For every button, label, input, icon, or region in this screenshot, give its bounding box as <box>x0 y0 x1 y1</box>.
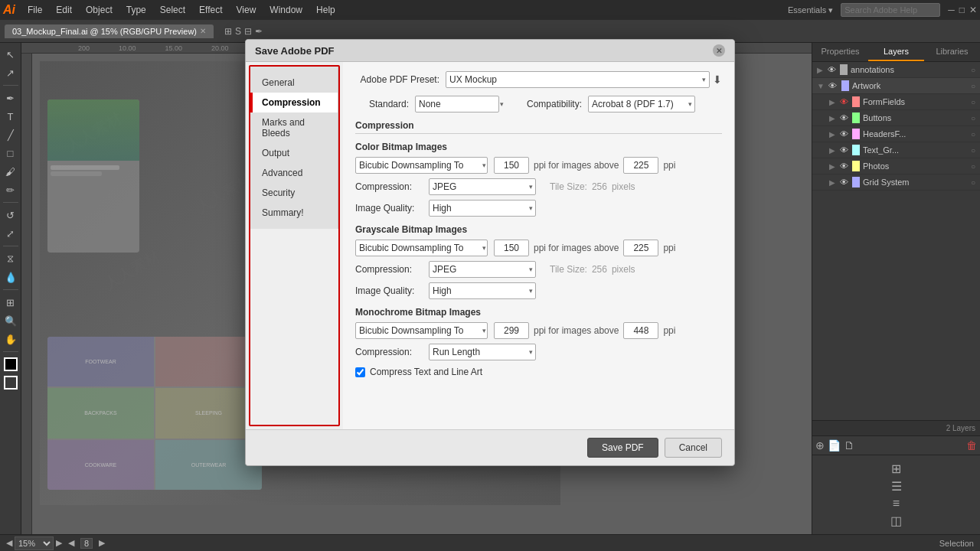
minimize-btn[interactable]: ─ <box>948 5 955 15</box>
standard-select[interactable]: None <box>415 96 499 112</box>
pen-tool[interactable]: ✒ <box>2 90 19 106</box>
expand-icon-headers[interactable]: ▶ <box>829 130 835 139</box>
expand-icon-textgr[interactable]: ▶ <box>829 146 835 155</box>
lock-icon-formfields[interactable]: ○ <box>971 98 975 106</box>
menu-effect[interactable]: Effect <box>193 3 228 17</box>
page-nav-next[interactable]: ▶ <box>99 538 105 548</box>
sidebar-item-marks-bleeds[interactable]: Marks and Bleeds <box>250 112 338 143</box>
shape-tool[interactable]: □ <box>2 145 19 161</box>
layer-item-artwork[interactable]: ▼ 👁 Artwork ○ <box>812 78 980 94</box>
expand-icon-formfields[interactable]: ▶ <box>829 98 835 106</box>
properties-icon[interactable]: ⊞ <box>891 461 901 476</box>
preset-select[interactable]: UX Mockup ▾ <box>446 71 710 88</box>
expand-icon-annotations[interactable]: ▶ <box>817 66 823 74</box>
doc-tab-active[interactable]: 03_Mockup_Final.ai @ 15% (RGB/GPU Previe… <box>5 24 214 38</box>
type-tool[interactable]: T <box>2 108 19 125</box>
tab-layers[interactable]: Layers <box>868 43 924 61</box>
save-preset-icon[interactable]: ⬇ <box>713 73 722 86</box>
menu-object[interactable]: Object <box>80 3 119 17</box>
artboard-tool[interactable]: ⊞ <box>2 294 19 311</box>
lock-icon-photos[interactable]: ○ <box>971 162 975 171</box>
layers-icon[interactable]: ☰ <box>891 479 902 494</box>
sidebar-item-advanced[interactable]: Advanced <box>250 163 338 183</box>
lock-icon-buttons[interactable]: ○ <box>971 114 975 122</box>
mono-compression-select[interactable]: Run Length <box>429 344 536 360</box>
line-tool[interactable]: ╱ <box>2 126 19 143</box>
zoom-prev[interactable]: ◀ <box>6 538 12 548</box>
eye-icon-formfields[interactable]: 👁 <box>838 96 849 107</box>
eye-icon-photos[interactable]: 👁 <box>838 161 849 171</box>
tab-libraries[interactable]: Libraries <box>924 43 980 61</box>
make-clipping-mask-icon[interactable]: ⊕ <box>815 439 825 452</box>
layer-item-buttons[interactable]: ▶ 👁 Buttons ○ <box>812 110 980 126</box>
stock-icon[interactable]: S <box>235 26 241 37</box>
new-sublayer-icon[interactable]: 📄 <box>828 439 841 452</box>
menu-edit[interactable]: Edit <box>50 3 78 17</box>
layer-item-annotations[interactable]: ▶ 👁 annotations ○ <box>812 62 980 78</box>
new-layer-icon[interactable]: 🗋 <box>844 439 854 452</box>
eye-icon-headers[interactable]: 👁 <box>838 129 849 139</box>
paintbrush-tool[interactable]: 🖌 <box>2 163 19 180</box>
color-compression-select[interactable]: JPEG <box>429 178 536 195</box>
scale-tool[interactable]: ⤢ <box>2 225 19 242</box>
gray-sampling-ppi-input[interactable] <box>494 240 529 256</box>
lock-icon-gridsystem[interactable]: ○ <box>971 178 975 187</box>
menu-view[interactable]: View <box>230 3 263 17</box>
lock-icon-artwork[interactable]: ○ <box>971 82 975 90</box>
close-btn[interactable]: ✕ <box>969 5 977 15</box>
expand-icon-artwork[interactable]: ▼ <box>817 82 825 90</box>
cancel-button[interactable]: Cancel <box>665 438 722 458</box>
lock-icon-annotations[interactable]: ○ <box>971 66 975 74</box>
tab-properties[interactable]: Properties <box>812 43 868 61</box>
color-sampling-ppi-input[interactable] <box>494 157 529 174</box>
expand-icon-buttons[interactable]: ▶ <box>829 114 835 122</box>
page-input[interactable]: 8 <box>80 538 93 549</box>
gray-sampling-select[interactable]: Bicubic Downsampling To <box>355 240 488 256</box>
compat-select[interactable]: Acrobat 8 (PDF 1.7) <box>588 96 695 112</box>
align-icon[interactable]: ≡ <box>893 497 900 510</box>
delete-layer-icon[interactable]: 🗑 <box>966 439 977 452</box>
save-pdf-button[interactable]: Save PDF <box>587 438 658 458</box>
eye-icon-gridsystem[interactable]: 👁 <box>838 177 849 187</box>
layer-item-photos[interactable]: ▶ 👁 Photos ○ <box>812 158 980 174</box>
rotate-tool[interactable]: ↺ <box>2 207 19 223</box>
compress-text-checkbox[interactable] <box>355 367 365 377</box>
gray-compression-select[interactable]: JPEG <box>429 261 536 278</box>
tab-close-btn[interactable]: ✕ <box>200 27 206 35</box>
direct-select-tool[interactable]: ↗ <box>2 64 19 81</box>
fill-color[interactable] <box>4 357 18 371</box>
zoom-next[interactable]: ▶ <box>56 538 62 548</box>
layer-item-gridsystem[interactable]: ▶ 👁 Grid System ○ <box>812 174 980 191</box>
search-input[interactable] <box>841 3 940 17</box>
expand-icon-photos[interactable]: ▶ <box>829 162 835 171</box>
bridge-icon[interactable]: ⊞ <box>224 26 232 37</box>
menu-window[interactable]: Window <box>263 3 309 17</box>
essentials-label[interactable]: Essentials ▾ <box>788 5 833 15</box>
dialog-close-button[interactable]: ✕ <box>713 44 725 57</box>
gray-quality-select[interactable]: High <box>429 282 536 299</box>
lock-icon-textgr[interactable]: ○ <box>971 146 975 155</box>
layer-item-formfields[interactable]: ▶ 👁 FormFields ○ <box>812 94 980 110</box>
eye-icon-annotations[interactable]: 👁 <box>826 64 837 75</box>
stroke-color[interactable] <box>4 376 18 390</box>
sidebar-item-summary[interactable]: Summary! <box>250 203 338 223</box>
zoom-select[interactable]: 15% 25% 50% 100% <box>15 536 54 550</box>
menu-select[interactable]: Select <box>154 3 191 17</box>
sidebar-item-security[interactable]: Security <box>250 183 338 203</box>
mono-sampling-ppi-input[interactable] <box>494 322 529 339</box>
arrange-icon[interactable]: ⊟ <box>244 26 252 37</box>
zoom-tool[interactable]: 🔍 <box>2 312 19 329</box>
eye-icon-buttons[interactable]: 👁 <box>838 112 849 123</box>
sidebar-item-output[interactable]: Output <box>250 143 338 163</box>
menu-type[interactable]: Type <box>120 3 152 17</box>
pathfinder-icon[interactable]: ◫ <box>890 514 902 528</box>
menu-help[interactable]: Help <box>310 3 341 17</box>
mono-above-value-input[interactable] <box>623 322 658 339</box>
sidebar-item-general[interactable]: General <box>250 73 338 93</box>
pencil-tool[interactable]: ✏ <box>2 181 19 198</box>
maximize-btn[interactable]: □ <box>959 5 965 15</box>
layer-item-headers[interactable]: ▶ 👁 HeadersF... ○ <box>812 126 980 142</box>
color-sampling-select[interactable]: Bicubic Downsampling To <box>355 157 488 174</box>
mono-sampling-select[interactable]: Bicubic Downsampling To <box>355 322 488 339</box>
gray-above-value-input[interactable] <box>623 240 658 256</box>
